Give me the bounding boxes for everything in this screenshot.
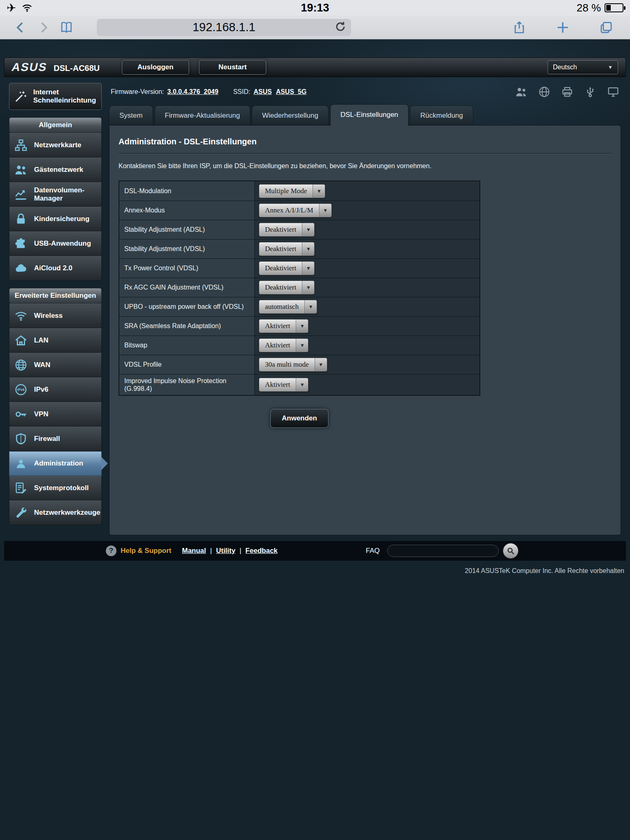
setting-value-cell: Deaktiviert ▼ <box>255 278 479 297</box>
setting-select[interactable]: automatisch ▼ <box>259 300 317 314</box>
setting-value-cell: Aktiviert ▼ <box>255 374 479 395</box>
select-value: Deaktiviert <box>259 242 302 256</box>
globe-icon <box>12 358 30 372</box>
sidebar-item[interactable]: Netzwerkwerkzeuge <box>9 500 102 525</box>
printer-icon[interactable] <box>561 86 573 98</box>
reboot-button[interactable]: Neustart <box>199 60 266 75</box>
ssid-link[interactable]: ASUS_5G <box>276 88 307 96</box>
status-time: 19:13 <box>0 2 630 14</box>
vpn-key-icon <box>12 408 30 421</box>
forward-button[interactable] <box>32 18 55 37</box>
usb-device-icon[interactable] <box>584 86 596 98</box>
title-divider <box>119 153 612 154</box>
setting-value-cell: Deaktiviert ▼ <box>255 240 479 258</box>
admin-user-icon <box>12 457 30 470</box>
bookmarks-button[interactable] <box>55 18 78 37</box>
sidebar-item[interactable]: Wireless <box>9 304 102 328</box>
setting-label: SRA (Seamless Rate Adaptation) <box>119 317 255 336</box>
setting-label: UPBO - upstream power back off (VDSL) <box>119 297 255 316</box>
search-button[interactable] <box>503 543 518 559</box>
setting-value-cell: Aktiviert ▼ <box>255 336 479 355</box>
tab[interactable]: DSL-Einstellungen <box>330 104 409 126</box>
help-support-link[interactable]: Help & Support <box>121 547 171 555</box>
sidebar-item[interactable]: Firewall <box>9 427 102 451</box>
reload-button[interactable] <box>333 21 348 34</box>
setting-select[interactable]: Aktiviert ▼ <box>259 319 308 333</box>
sidebar-item[interactable]: Datenvolumen-Manager <box>9 182 102 207</box>
back-button[interactable] <box>9 18 32 37</box>
select-value: Aktiviert <box>259 378 296 391</box>
sidebar-item[interactable]: Gästenetzwerk <box>9 158 102 182</box>
select-value: Deaktiviert <box>259 223 302 236</box>
share-button[interactable] <box>508 18 531 37</box>
clients-icon[interactable] <box>515 86 527 98</box>
chevron-down-icon: ▼ <box>296 320 308 333</box>
setting-select[interactable]: Deaktiviert ▼ <box>259 261 315 275</box>
select-value: Deaktiviert <box>259 262 302 275</box>
settings-row: Annex-Modus Annex A/I/J/L/M ▼ <box>119 201 479 220</box>
chevron-down-icon: ▼ <box>302 242 314 256</box>
setting-label: Rx AGC GAIN Adjustment (VDSL) <box>119 278 255 297</box>
setting-label: VDSL Profile <box>119 355 255 374</box>
setting-select[interactable]: Annex A/I/J/L/M ▼ <box>259 203 332 217</box>
setting-value-cell: 30a multi mode ▼ <box>255 355 479 374</box>
apply-button[interactable]: Anwenden <box>270 409 329 428</box>
router-footer: ? Help & Support Manual Utility Feedback… <box>4 541 626 561</box>
setting-label: Stability Adjustment (VDSL) <box>119 240 255 258</box>
settings-row: Tx Power Control (VDSL) Deaktiviert ▼ <box>119 258 479 278</box>
chevron-down-icon: ▼ <box>302 262 314 275</box>
url-field[interactable]: 192.168.1.1 <box>97 19 351 36</box>
faq-search-input[interactable] <box>387 545 499 557</box>
sidebar-item[interactable]: VPN <box>9 402 102 427</box>
settings-row: SRA (Seamless Rate Adaptation) Aktiviert… <box>119 316 479 336</box>
tab[interactable]: Rückmeldung <box>410 105 473 125</box>
ssid-link[interactable]: ASUS <box>253 88 272 96</box>
sidebar-item[interactable]: Netzwerkkarte <box>9 133 102 158</box>
setting-select[interactable]: 30a multi mode ▼ <box>259 358 327 372</box>
sidebar-item[interactable]: WAN <box>9 353 102 377</box>
logout-button[interactable]: Ausloggen <box>122 60 189 75</box>
sidebar-item[interactable]: Administration <box>9 451 102 476</box>
language-select[interactable]: Deutsch ▼ <box>548 60 618 74</box>
traffic-manager-icon <box>12 188 30 201</box>
select-value: 30a multi mode <box>259 358 315 371</box>
chevron-down-icon: ▼ <box>315 358 327 371</box>
setting-select[interactable]: Multiple Mode ▼ <box>259 184 325 198</box>
router-ui: ASUS DSL-AC68U Ausloggen Neustart Deutsc… <box>4 57 626 575</box>
setting-select[interactable]: Aktiviert ▼ <box>259 378 308 392</box>
sidebar-item[interactable]: AiCloud 2.0 <box>9 256 102 281</box>
pc-icon[interactable] <box>607 86 619 98</box>
sidebar-item[interactable]: USB-Anwendung <box>9 231 102 256</box>
setting-select[interactable]: Aktiviert ▼ <box>259 338 308 352</box>
apply-row: Anwenden <box>119 409 480 428</box>
tab[interactable]: Wiederherstellung <box>252 105 329 125</box>
footer-link[interactable]: Utility <box>206 547 235 555</box>
router-header: ASUS DSL-AC68U Ausloggen Neustart Deutsc… <box>4 57 626 77</box>
sidebar-section-general: Allgemein <box>9 117 102 133</box>
svg-text:IPv6: IPv6 <box>17 388 25 392</box>
quick-internet-setup-button[interactable]: InternetSchnelleinrichtung <box>9 83 102 110</box>
network-map-icon <box>12 139 30 152</box>
tab[interactable]: Firmware-Aktualisierung <box>155 105 250 125</box>
sidebar-item[interactable]: IPv6 IPv6 <box>9 377 102 402</box>
url-text: 192.168.1.1 <box>97 21 351 34</box>
tabs-button[interactable] <box>595 18 618 37</box>
internet-globe-icon[interactable] <box>538 86 550 98</box>
setting-select[interactable]: Deaktiviert ▼ <box>259 281 315 294</box>
firmware-version-link[interactable]: 3.0.0.4.376_2049 <box>167 88 219 96</box>
tab[interactable]: System <box>109 105 153 125</box>
footer-link[interactable]: Manual <box>182 547 206 555</box>
sidebar-item[interactable]: Systemprotokoll <box>9 476 102 500</box>
setting-value-cell: Aktiviert ▼ <box>255 317 479 336</box>
wifi-icon <box>12 309 30 322</box>
setting-select[interactable]: Deaktiviert ▼ <box>259 223 315 237</box>
main-area: Firmware-Version: 3.0.0.4.376_2049 SSID:… <box>109 83 621 535</box>
sidebar-item[interactable]: Kindersicherung <box>9 207 102 231</box>
settings-row: Rx AGC GAIN Adjustment (VDSL) Deaktivier… <box>119 278 479 297</box>
settings-row: Improved Impulse Noise Protection (G.998… <box>119 374 479 395</box>
new-tab-button[interactable] <box>551 18 574 37</box>
copyright: 2014 ASUSTeK Computer Inc. Alle Rechte v… <box>6 567 624 575</box>
sidebar-item[interactable]: LAN <box>9 328 102 353</box>
footer-link[interactable]: Feedback <box>235 547 278 555</box>
setting-select[interactable]: Deaktiviert ▼ <box>259 242 315 256</box>
